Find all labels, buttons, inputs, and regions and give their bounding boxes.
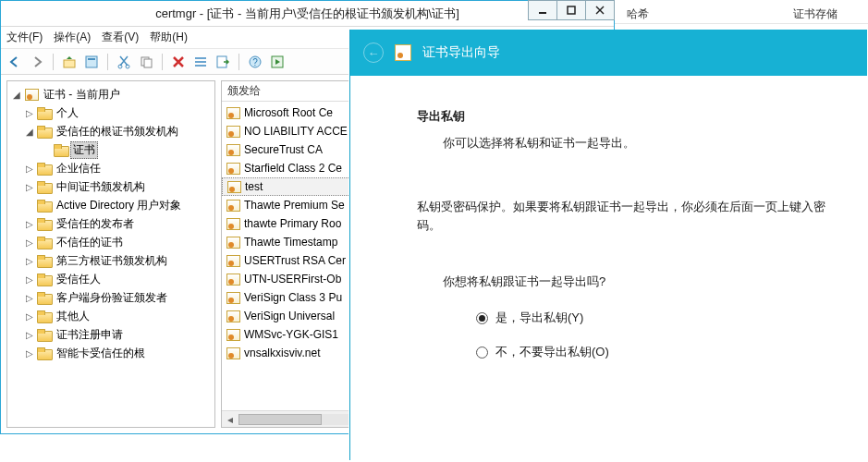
scroll-left-icon[interactable]: ◂ xyxy=(222,413,238,426)
up-icon[interactable] xyxy=(61,54,78,70)
certificate-icon xyxy=(226,162,240,175)
wizard-description: 私钥受密码保护。如果要将私钥跟证书一起导出，你必须在后面一页上键入密码。 xyxy=(417,198,830,237)
delete-icon[interactable] xyxy=(170,54,187,70)
expander-icon[interactable]: ▷ xyxy=(24,164,35,174)
expander-icon[interactable]: ▷ xyxy=(24,256,35,266)
tree-item-label: 个人 xyxy=(54,104,81,122)
radio-no-label: 不，不要导出私钥(O) xyxy=(495,343,609,362)
back-icon[interactable] xyxy=(6,54,23,70)
tree-item[interactable]: ◢ 受信任的根证书颁发机构 xyxy=(9,122,213,140)
list-item-label: Thawte Premium Se xyxy=(244,199,345,212)
list-item-label: WMSvc-YGK-GIS1 xyxy=(244,328,338,341)
tree-item[interactable]: ▷ 受信任的发布者 xyxy=(9,214,213,233)
tree-item-label: 客户端身份验证颁发者 xyxy=(54,289,170,307)
tree-pane[interactable]: ◢ 证书 - 当前用户 ▷ 个人 ◢ 受信任的根证书颁发机构 证书 ▷ 企业信任… xyxy=(6,80,215,428)
svg-rect-12 xyxy=(195,61,206,63)
list-item-label: Starfield Class 2 Ce xyxy=(244,162,342,175)
properties-icon[interactable] xyxy=(83,54,100,70)
radio-yes[interactable] xyxy=(476,312,488,324)
menu-file[interactable]: 文件(F) xyxy=(6,30,43,45)
certificate-icon xyxy=(226,236,240,249)
menu-view[interactable]: 查看(V) xyxy=(102,30,139,45)
forward-icon[interactable] xyxy=(29,54,45,70)
list-item-label: Microsoft Root Ce xyxy=(244,106,333,119)
tree-item-label: 第三方根证书颁发机构 xyxy=(54,252,170,270)
list-item-label: USERTrust RSA Cer xyxy=(244,254,346,267)
folder-icon xyxy=(37,255,52,267)
folder-icon xyxy=(37,347,52,359)
export-icon[interactable] xyxy=(214,54,231,70)
svg-text:?: ? xyxy=(252,57,258,67)
certificate-root-icon xyxy=(24,88,39,101)
tree-item[interactable]: ▷ 其他人 xyxy=(9,307,213,325)
folder-icon xyxy=(37,126,52,138)
tree-item[interactable]: Active Directory 用户对象 xyxy=(9,196,213,214)
folder-icon xyxy=(37,181,52,193)
tree-item[interactable]: ▷ 证书注册申请 xyxy=(9,325,213,344)
svg-rect-4 xyxy=(64,60,75,67)
expander-icon[interactable]: ▷ xyxy=(24,330,35,340)
svg-rect-10 xyxy=(144,59,152,67)
list-item-label: UTN-USERFirst-Ob xyxy=(244,273,341,286)
tree-item[interactable]: 证书 xyxy=(9,140,213,159)
menu-action[interactable]: 操作(A) xyxy=(54,30,91,45)
expander-icon[interactable]: ▷ xyxy=(24,182,35,192)
tree-item[interactable]: ▷ 中间证书颁发机构 xyxy=(9,177,213,196)
wizard-back-button[interactable]: ← xyxy=(363,43,384,63)
tree-item[interactable]: ▷ 第三方根证书颁发机构 xyxy=(9,251,213,270)
folder-icon xyxy=(37,107,52,119)
expander-icon[interactable]: ▷ xyxy=(24,219,35,229)
expander-icon[interactable]: ▷ xyxy=(24,237,35,248)
expander-icon[interactable]: ▷ xyxy=(24,348,35,359)
wizard-title: 证书导出向导 xyxy=(422,44,500,61)
radio-no-row[interactable]: 不，不要导出私钥(O) xyxy=(476,343,830,362)
maximize-button[interactable] xyxy=(556,0,586,20)
certificate-icon xyxy=(226,254,240,267)
tree-item-label: 受信任的发布者 xyxy=(54,215,137,233)
tree-root[interactable]: ◢ 证书 - 当前用户 xyxy=(9,85,213,103)
tree-item-label: 受信任的根证书颁发机构 xyxy=(54,123,181,140)
tree-item-label: 中间证书颁发机构 xyxy=(54,178,148,196)
tree-item[interactable]: ▷ 客户端身份验证颁发者 xyxy=(9,288,213,307)
window-controls xyxy=(529,0,615,20)
folder-icon xyxy=(37,200,52,212)
expander-icon[interactable]: ▷ xyxy=(24,274,35,285)
tree-item[interactable]: ▷ 智能卡受信任的根 xyxy=(9,344,213,362)
certificate-icon xyxy=(226,291,240,304)
list-icon[interactable] xyxy=(192,54,209,70)
window-title: certmgr - [证书 - 当前用户\受信任的根证书颁发机构\证书] xyxy=(1,6,614,22)
expander-icon[interactable]: ◢ xyxy=(11,90,22,100)
scroll-thumb[interactable] xyxy=(238,414,322,425)
export-key-radio-group: 是，导出私钥(Y) 不，不要导出私钥(O) xyxy=(476,309,830,362)
certificate-icon xyxy=(226,346,240,359)
expander-icon[interactable]: ▷ xyxy=(24,293,35,303)
wizard-question: 你想将私钥跟证书一起导出吗? xyxy=(443,273,830,292)
tree-item[interactable]: ▷ 受信任人 xyxy=(9,270,213,288)
expander-icon[interactable]: ▷ xyxy=(24,108,35,118)
radio-no[interactable] xyxy=(476,346,488,359)
copy-icon[interactable] xyxy=(138,54,154,70)
certificate-icon xyxy=(226,125,240,138)
menu-help[interactable]: 帮助(H) xyxy=(150,30,188,45)
close-button[interactable] xyxy=(585,0,615,20)
certificate-icon xyxy=(226,217,240,230)
help-icon[interactable]: ? xyxy=(247,54,263,70)
cut-icon[interactable] xyxy=(116,54,132,70)
list-item-label: vnsalkxisviv.net xyxy=(244,346,320,359)
minimize-button[interactable] xyxy=(528,0,557,20)
tree-item[interactable]: ▷ 不信任的证书 xyxy=(9,233,213,251)
radio-yes-label: 是，导出私钥(Y) xyxy=(495,309,583,328)
expander-icon[interactable]: ▷ xyxy=(24,311,35,322)
run-icon[interactable] xyxy=(269,54,286,70)
tree-item-label: 受信任人 xyxy=(54,271,104,288)
svg-rect-13 xyxy=(195,65,206,67)
folder-icon xyxy=(37,292,52,304)
folder-icon xyxy=(37,237,52,249)
expander-icon[interactable]: ◢ xyxy=(24,127,35,137)
tree-item[interactable]: ▷ 企业信任 xyxy=(9,159,213,177)
tree-item[interactable]: ▷ 个人 xyxy=(9,103,213,122)
list-item-label: VeriSign Universal xyxy=(244,310,335,322)
radio-yes-row[interactable]: 是，导出私钥(Y) xyxy=(476,309,830,328)
tree-item-label: 不信任的证书 xyxy=(54,234,126,251)
folder-icon xyxy=(37,310,52,322)
